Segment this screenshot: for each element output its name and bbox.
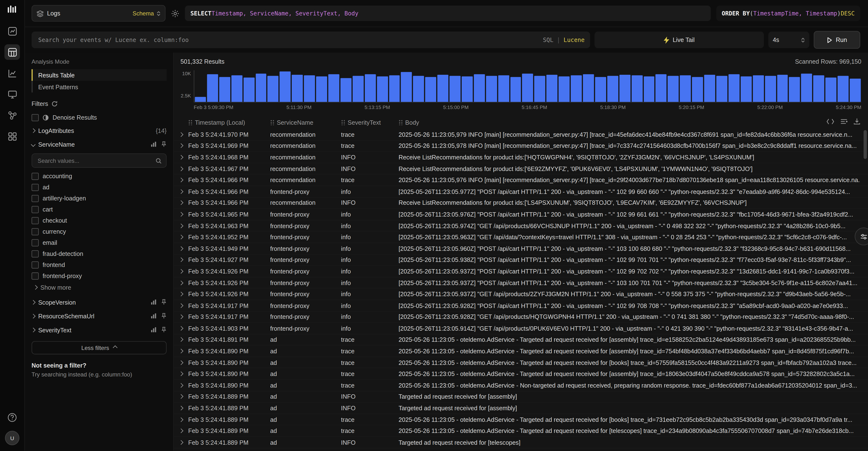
table-row[interactable]: Feb 3 5:24:41.970 PM recommendation trac… bbox=[174, 129, 868, 140]
bar-chart-icon[interactable] bbox=[151, 313, 156, 319]
histogram-bar[interactable] bbox=[401, 72, 412, 102]
histogram-bar[interactable] bbox=[704, 74, 715, 102]
source-select[interactable]: Logs Schema bbox=[32, 5, 166, 22]
column-header-servicename[interactable]: ServiceName bbox=[270, 119, 341, 126]
service-filter-fraud-detection[interactable]: fraud-detection bbox=[32, 249, 166, 259]
mode-event-patterns[interactable]: Event Patterns bbox=[32, 81, 166, 92]
expand-row-icon[interactable] bbox=[179, 178, 183, 182]
table-row[interactable]: Feb 3 5:24:41.889 PM ad INFO Targeted ad… bbox=[174, 437, 868, 448]
pin-icon[interactable] bbox=[161, 299, 166, 305]
interval-select[interactable]: 4s bbox=[768, 32, 809, 48]
expand-row-icon[interactable] bbox=[179, 167, 183, 171]
histogram-bar[interactable] bbox=[340, 78, 351, 102]
service-filter-currency[interactable]: currency bbox=[32, 227, 166, 236]
expand-row-icon[interactable] bbox=[179, 189, 183, 194]
histogram-bar[interactable] bbox=[195, 97, 206, 102]
table-row[interactable]: Feb 3 5:24:41.889 PM ad INFO Targeted ad… bbox=[174, 391, 868, 402]
help-icon[interactable] bbox=[4, 410, 20, 425]
histogram-bar[interactable] bbox=[801, 73, 812, 102]
value-checkbox[interactable] bbox=[32, 261, 39, 268]
table-row[interactable]: Feb 3 5:24:41.965 PM frontend-proxy info… bbox=[174, 209, 868, 220]
mode-results-table[interactable]: Results Table bbox=[32, 69, 166, 81]
results-histogram[interactable]: 10K 2.5K Feb 3 5:09:30 PM5:11:30 PM5:13:… bbox=[174, 67, 868, 110]
table-row[interactable]: Feb 3 5:24:41.891 PM ad trace 2025-05-26… bbox=[174, 334, 868, 345]
denoise-checkbox[interactable] bbox=[32, 114, 39, 121]
histogram-bar[interactable] bbox=[850, 79, 861, 102]
filter-group-scopeversion[interactable]: ScopeVersion bbox=[32, 295, 166, 309]
table-row[interactable]: Feb 3 5:24:41.926 PM frontend-proxy info… bbox=[174, 266, 868, 277]
histogram-bar[interactable] bbox=[389, 75, 400, 102]
histogram-bar[interactable] bbox=[510, 77, 521, 102]
histogram-bar[interactable] bbox=[365, 74, 376, 102]
expand-row-icon[interactable] bbox=[179, 383, 183, 388]
table-row[interactable]: Feb 3 5:24:41.966 PM frontend-proxy info… bbox=[174, 186, 868, 197]
histogram-bar[interactable] bbox=[631, 76, 643, 102]
histogram-bar[interactable] bbox=[680, 75, 691, 102]
drag-handle-icon[interactable] bbox=[341, 120, 345, 125]
table-row[interactable]: Feb 3 5:24:41.927 PM frontend-proxy info… bbox=[174, 254, 868, 266]
table-row[interactable]: Feb 3 5:24:41.890 PM ad trace 2025-05-26… bbox=[174, 368, 868, 380]
expand-row-icon[interactable] bbox=[179, 212, 183, 217]
column-header-timestamp[interactable]: Timestamp (Local) bbox=[188, 119, 270, 126]
histogram-bar[interactable] bbox=[547, 74, 558, 102]
service-filter-email[interactable]: email bbox=[32, 238, 166, 247]
bar-chart-icon[interactable] bbox=[151, 299, 156, 305]
refresh-icon[interactable] bbox=[51, 100, 57, 107]
histogram-bar[interactable] bbox=[413, 76, 424, 102]
denoise-results-toggle[interactable]: Denoise Results bbox=[32, 112, 166, 122]
filter-group-severitytext[interactable]: SeverityText bbox=[32, 323, 166, 337]
expand-row-icon[interactable] bbox=[179, 303, 183, 308]
histogram-bar[interactable] bbox=[559, 77, 570, 102]
drag-handle-icon[interactable] bbox=[399, 120, 402, 125]
histogram-bar[interactable] bbox=[813, 75, 824, 102]
column-header-severitytext[interactable]: SeverityText bbox=[341, 119, 399, 126]
bar-chart-icon[interactable] bbox=[151, 327, 156, 333]
value-checkbox[interactable] bbox=[32, 272, 39, 279]
chart-explorer-icon[interactable] bbox=[4, 65, 20, 81]
expand-row-icon[interactable] bbox=[179, 314, 183, 319]
expand-row-icon[interactable] bbox=[179, 394, 183, 399]
expand-row-icon[interactable] bbox=[179, 349, 183, 353]
histogram-bar[interactable] bbox=[352, 76, 364, 102]
histogram-bar[interactable] bbox=[728, 74, 740, 102]
pin-icon[interactable] bbox=[161, 313, 166, 319]
expand-row-icon[interactable] bbox=[179, 428, 183, 433]
histogram-bar[interactable] bbox=[765, 76, 776, 102]
vertical-scrollbar[interactable] bbox=[864, 130, 867, 450]
expand-row-icon[interactable] bbox=[179, 258, 183, 262]
histogram-bar[interactable] bbox=[243, 78, 254, 102]
expand-row-icon[interactable] bbox=[179, 132, 183, 137]
sql-select-chip[interactable]: SELECT Timestamp, ServiceName, SeverityT… bbox=[185, 5, 711, 21]
histogram-bar[interactable] bbox=[462, 77, 473, 102]
histogram-bar[interactable] bbox=[644, 77, 655, 102]
histogram-bar[interactable] bbox=[619, 75, 630, 102]
table-row[interactable]: Feb 3 5:24:41.967 PM recommendation INFO… bbox=[174, 163, 868, 175]
value-checkbox[interactable] bbox=[32, 206, 39, 213]
histogram-bar[interactable] bbox=[255, 73, 267, 102]
table-row[interactable]: Feb 3 5:24:41.963 PM frontend-proxy info… bbox=[174, 220, 868, 232]
search-input[interactable] bbox=[37, 36, 539, 44]
table-row[interactable]: Feb 3 5:24:41.890 PM ad trace 2025-05-26… bbox=[174, 357, 868, 368]
code-view-icon[interactable] bbox=[827, 118, 834, 124]
sessions-monitor-icon[interactable] bbox=[4, 86, 20, 102]
service-map-icon[interactable] bbox=[4, 107, 20, 123]
histogram-bar[interactable] bbox=[304, 76, 315, 102]
histogram-bar[interactable] bbox=[280, 71, 291, 102]
filter-group-servicename[interactable]: ServiceName bbox=[32, 137, 166, 151]
table-row[interactable]: Feb 3 5:24:41.917 PM frontend-proxy info… bbox=[174, 311, 868, 323]
histogram-bar[interactable] bbox=[425, 77, 436, 102]
value-checkbox[interactable] bbox=[32, 217, 39, 224]
order-by-chip[interactable]: ORDER BY (TimestampTime, Timestamp) DESC bbox=[716, 5, 860, 21]
filter-group-logattributes[interactable]: LogAttributes {14} bbox=[32, 123, 166, 137]
histogram-bar[interactable] bbox=[777, 74, 788, 102]
expand-row-icon[interactable] bbox=[179, 405, 183, 410]
histogram-bar[interactable] bbox=[825, 78, 836, 102]
service-filter-frontend[interactable]: frontend bbox=[32, 260, 166, 270]
table-row[interactable]: Feb 3 5:24:41.926 PM frontend-proxy info… bbox=[174, 277, 868, 289]
value-checkbox[interactable] bbox=[32, 184, 39, 191]
expand-row-icon[interactable] bbox=[179, 246, 183, 251]
mode-sql[interactable]: SQL bbox=[543, 37, 554, 43]
table-row[interactable]: Feb 3 5:24:41.889 PM ad INFO Targeted ad… bbox=[174, 403, 868, 414]
expand-row-icon[interactable] bbox=[179, 440, 183, 445]
expand-row-icon[interactable] bbox=[179, 269, 183, 273]
